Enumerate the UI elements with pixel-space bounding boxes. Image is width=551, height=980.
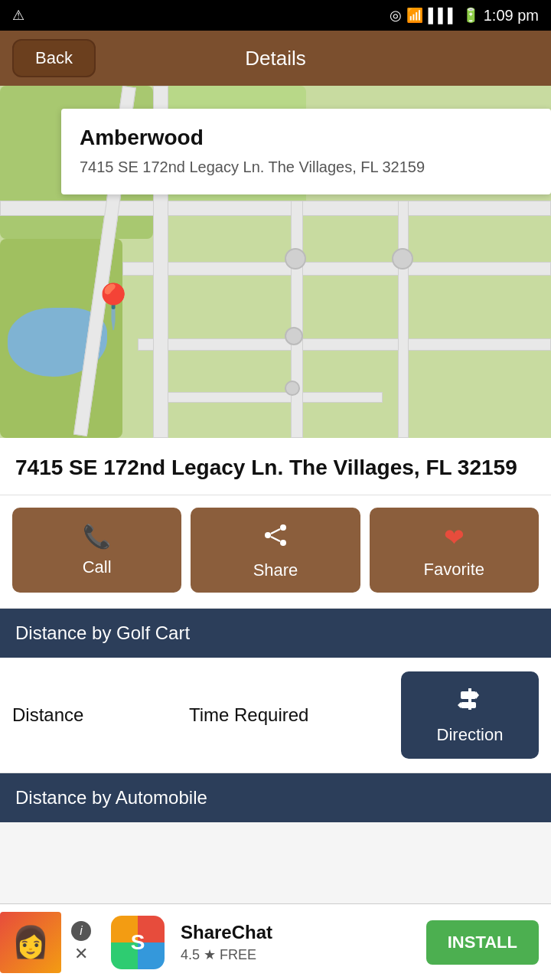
time-required-label: Time Required <box>189 704 401 726</box>
call-label: Call <box>83 557 112 577</box>
svg-point-1 <box>265 532 271 538</box>
heart-icon: ❤ <box>444 523 465 552</box>
svg-line-3 <box>271 529 280 534</box>
ad-app-name: ShareChat <box>181 922 420 943</box>
golf-cart-distance-row: Distance Time Required Direction <box>0 658 551 773</box>
roundabout3 <box>285 327 303 345</box>
location-icon: ◎ <box>390 7 402 24</box>
svg-line-4 <box>271 537 280 541</box>
automobile-section-header: Distance by Automobile <box>0 773 551 822</box>
status-right: ◎ 📶 ▌▌▌ 🔋 1:09 pm <box>390 7 539 24</box>
direction-icon <box>456 685 484 719</box>
page-title: Details <box>245 47 305 70</box>
map-section: SE 172nd Le Amberwood 7415 SE 172nd Lega… <box>0 86 551 438</box>
favorite-button[interactable]: ❤ Favorite <box>370 508 539 593</box>
phone-icon: 📞 <box>83 523 111 550</box>
ad-banner: 👩 i ✕ S ShareChat 4.5 ★ FREE INSTALL <box>0 903 551 980</box>
golf-cart-section-header: Distance by Golf Cart <box>0 609 551 658</box>
signal-icon: ▌▌▌ <box>428 8 457 24</box>
favorite-label: Favorite <box>424 560 484 580</box>
svg-point-0 <box>280 524 286 531</box>
header: Back Details <box>0 31 551 86</box>
direction-label: Direction <box>437 725 504 745</box>
ad-logo: S <box>107 912 168 973</box>
ad-close-button[interactable]: ✕ <box>74 944 88 964</box>
roundabout2 <box>392 248 413 270</box>
road-h1 <box>0 201 551 216</box>
distance-label: Distance <box>12 704 189 726</box>
ad-info-icon: i <box>71 921 91 941</box>
svg-marker-7 <box>476 691 479 699</box>
ad-spacer <box>0 822 551 899</box>
alert-icon: ⚠ <box>12 7 24 24</box>
ad-rating: 4.5 ★ FREE <box>181 946 420 963</box>
battery-icon: 🔋 <box>462 7 479 24</box>
svg-rect-6 <box>461 691 476 699</box>
ad-text-area: ShareChat 4.5 ★ FREE <box>174 922 426 963</box>
svg-marker-9 <box>458 702 461 708</box>
action-buttons: 📞 Call Share ❤ Favorite <box>0 495 551 609</box>
address-text: 7415 SE 172nd Legacy Ln. The Villages, F… <box>15 453 536 482</box>
share-button[interactable]: Share <box>191 508 360 593</box>
map-info-card: Amberwood 7415 SE 172nd Legacy Ln. The V… <box>61 109 551 194</box>
sharechat-logo-color: S <box>111 916 165 969</box>
status-left: ⚠ <box>12 7 24 24</box>
road-v2 <box>291 201 303 438</box>
road-v3 <box>398 201 409 438</box>
road-h4 <box>153 392 383 403</box>
svg-point-2 <box>280 540 286 546</box>
call-button[interactable]: 📞 Call <box>12 508 181 593</box>
share-icon <box>263 523 288 553</box>
back-button[interactable]: Back <box>12 39 96 77</box>
share-label: Share <box>253 560 298 580</box>
map-pin-icon: 📍 <box>86 285 140 328</box>
ad-close-area: i ✕ <box>61 915 101 970</box>
roundabout1 <box>285 248 306 270</box>
roundabout4 <box>285 381 300 396</box>
map-place-name: Amberwood <box>80 126 533 150</box>
wifi-icon: 📶 <box>406 7 423 24</box>
status-bar: ⚠ ◎ 📶 ▌▌▌ 🔋 1:09 pm <box>0 0 551 31</box>
road-h2 <box>122 262 551 276</box>
map-place-address: 7415 SE 172nd Legacy Ln. The Villages, F… <box>80 156 533 178</box>
road-h3 <box>138 338 551 351</box>
svg-rect-8 <box>461 702 476 708</box>
direction-button[interactable]: Direction <box>401 671 539 759</box>
ad-install-button[interactable]: INSTALL <box>426 920 539 965</box>
status-time: 1:09 pm <box>484 7 539 24</box>
address-section: 7415 SE 172nd Legacy Ln. The Villages, F… <box>0 438 551 495</box>
ad-person-image: 👩 <box>0 912 61 973</box>
